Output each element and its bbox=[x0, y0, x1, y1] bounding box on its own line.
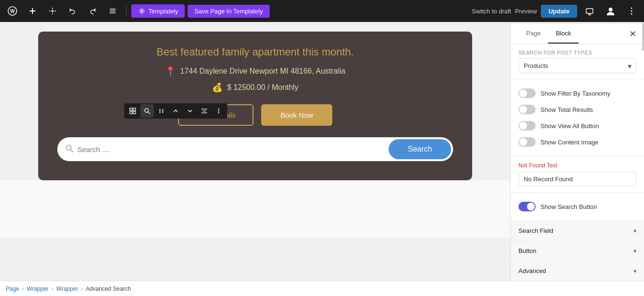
block-type-icon[interactable] bbox=[126, 104, 139, 118]
tab-page[interactable]: Page bbox=[518, 24, 548, 44]
toggle-search-button-label: Show Search Button bbox=[540, 203, 597, 210]
price-text: $ 12500.00 / Monthly bbox=[227, 83, 298, 92]
align-button[interactable] bbox=[198, 104, 211, 118]
svg-point-18 bbox=[631, 8, 633, 9]
drag-handle[interactable] bbox=[155, 104, 168, 118]
toggle-content-image[interactable] bbox=[518, 137, 536, 147]
location-icon: 📍 bbox=[165, 66, 176, 77]
update-button[interactable]: Update bbox=[541, 5, 577, 18]
toolbar-right: Switch to draft Preview Update bbox=[472, 2, 640, 20]
undo-button[interactable] bbox=[64, 2, 81, 20]
toggle-view-all-label: Show View All Button bbox=[540, 122, 599, 130]
svg-rect-21 bbox=[130, 108, 132, 110]
right-panel: Page Block ✕ Search For Post Types Produ… bbox=[510, 22, 644, 281]
switch-draft-button[interactable]: Switch to draft bbox=[472, 8, 511, 15]
wp-logo[interactable]: W bbox=[4, 2, 21, 20]
toggle-knob bbox=[519, 89, 527, 97]
preview-label: Preview bbox=[515, 8, 537, 15]
toggles-section: Show Filter By Taxonomy Show Total Resul… bbox=[511, 79, 644, 156]
address-text: 1744 Daylene Drive Newport MI 48166, Aus… bbox=[180, 67, 346, 76]
svg-point-31 bbox=[159, 112, 160, 113]
breadcrumb-bar: Page › Wrapper › Wrapper › Advanced Sear… bbox=[0, 281, 644, 296]
svg-point-17 bbox=[609, 8, 612, 11]
move-up-button[interactable] bbox=[169, 104, 182, 118]
more-options-button[interactable] bbox=[623, 2, 640, 20]
post-types-label: Search For Post Types bbox=[518, 50, 636, 55]
list-view-button[interactable] bbox=[104, 2, 121, 20]
move-down-button[interactable] bbox=[183, 104, 197, 118]
add-block-button[interactable] bbox=[24, 2, 41, 20]
toggle-filter-taxonomy-row: Show Filter By Taxonomy bbox=[518, 85, 636, 101]
post-types-select[interactable]: Products Posts Pages bbox=[518, 58, 636, 73]
tab-block[interactable]: Block bbox=[548, 24, 579, 44]
button-section: Button ▾ bbox=[511, 241, 644, 261]
switch-draft-label: Switch to draft bbox=[472, 8, 511, 15]
toggle-total-results-row: Show Total Results bbox=[518, 101, 636, 118]
responsive-button[interactable] bbox=[581, 2, 598, 20]
toggle-filter-taxonomy[interactable] bbox=[518, 88, 536, 98]
breadcrumb-sep-2: › bbox=[52, 285, 53, 292]
book-now-button[interactable]: Book Now bbox=[261, 104, 332, 126]
section-title: Best featured family apartment this mont… bbox=[57, 46, 453, 58]
toggle-knob bbox=[527, 203, 535, 210]
tools-button[interactable] bbox=[44, 2, 61, 20]
breadcrumb-sep-3: › bbox=[81, 285, 83, 292]
price-row: 💰 $ 12500.00 / Monthly bbox=[57, 82, 453, 93]
post-types-select-wrapper: Products Posts Pages bbox=[518, 58, 636, 73]
panel-tabs: Page Block ✕ bbox=[511, 24, 644, 44]
svg-point-39 bbox=[66, 145, 71, 150]
search-field-header[interactable]: Search Field ▾ bbox=[511, 221, 644, 241]
below-canvas-space bbox=[0, 180, 510, 238]
search-field-chevron-icon: ▾ bbox=[633, 228, 636, 234]
toggle-knob bbox=[519, 138, 527, 146]
toggle-total-results-label: Show Total Results bbox=[540, 106, 593, 113]
not-found-input[interactable] bbox=[518, 172, 636, 186]
svg-text:W: W bbox=[10, 9, 15, 14]
search-input[interactable] bbox=[77, 145, 385, 153]
search-field-label: Search Field bbox=[518, 227, 553, 234]
redo-button[interactable] bbox=[84, 2, 101, 20]
advanced-section: Advanced ▾ bbox=[511, 261, 644, 281]
button-header[interactable]: Button ▾ bbox=[511, 241, 644, 261]
post-types-section: Search For Post Types Products Posts Pag… bbox=[511, 44, 644, 79]
toggle-search-button[interactable] bbox=[518, 202, 536, 211]
preview-button[interactable]: Preview bbox=[515, 8, 537, 15]
top-toolbar: W T Templately Save Page In Templately S… bbox=[0, 0, 644, 22]
svg-point-32 bbox=[162, 112, 163, 113]
dark-section: Best featured family apartment this mont… bbox=[38, 32, 472, 180]
save-page-label: Save Page In Templately bbox=[194, 8, 263, 15]
advanced-header[interactable]: Advanced ▾ bbox=[511, 261, 644, 281]
svg-point-28 bbox=[162, 109, 163, 110]
toolbar-divider bbox=[126, 5, 127, 17]
button-row: View Details Book Now bbox=[57, 104, 453, 126]
toggle-content-image-row: Show Content Image bbox=[518, 134, 636, 150]
svg-line-40 bbox=[71, 150, 73, 152]
toggle-view-all[interactable] bbox=[518, 121, 536, 131]
not-found-section: Not Found Text bbox=[511, 156, 644, 193]
svg-rect-23 bbox=[130, 111, 132, 114]
search-block-icon[interactable] bbox=[140, 104, 154, 118]
block-toolbar bbox=[124, 103, 227, 119]
svg-point-29 bbox=[159, 110, 160, 111]
search-button[interactable]: Search bbox=[389, 139, 451, 159]
panel-scroll-area[interactable]: Search For Post Types Products Posts Pag… bbox=[511, 44, 644, 281]
breadcrumb-page[interactable]: Page bbox=[6, 285, 19, 292]
show-search-button-section: Show Search Button bbox=[511, 193, 644, 221]
toggle-total-results[interactable] bbox=[518, 105, 536, 114]
svg-point-25 bbox=[145, 109, 148, 112]
breadcrumb-wrapper2[interactable]: Wrapper bbox=[56, 285, 78, 292]
panel-close-button[interactable]: ✕ bbox=[629, 24, 636, 44]
svg-point-27 bbox=[159, 109, 160, 110]
button-chevron-icon: ▾ bbox=[633, 248, 636, 254]
svg-rect-24 bbox=[133, 111, 136, 114]
search-icon bbox=[65, 144, 74, 154]
breadcrumb-wrapper1[interactable]: Wrapper bbox=[27, 285, 49, 292]
save-page-templately-button[interactable]: Save Page In Templately bbox=[188, 5, 270, 18]
breadcrumb-sep-1: › bbox=[22, 285, 24, 292]
canvas-area[interactable]: Best featured family apartment this mont… bbox=[0, 22, 510, 281]
more-block-options[interactable] bbox=[212, 104, 225, 118]
user-menu-button[interactable] bbox=[602, 2, 619, 20]
templately-label: Templately bbox=[148, 8, 178, 15]
toggle-content-image-label: Show Content Image bbox=[540, 139, 598, 146]
templately-button[interactable]: T Templately bbox=[131, 4, 185, 18]
